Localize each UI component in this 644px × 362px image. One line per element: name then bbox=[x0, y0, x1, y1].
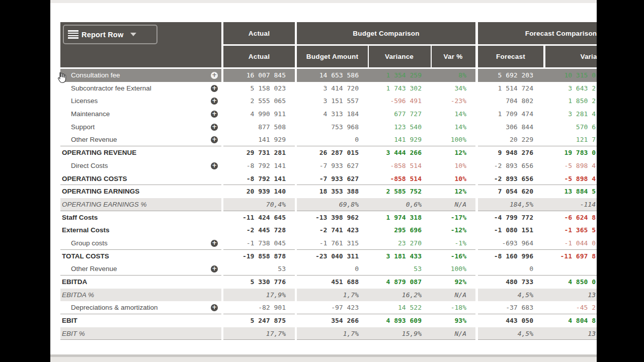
row-label-cell[interactable]: EBIT % bbox=[60, 327, 221, 340]
column-header-budget-amount: Budget Amount bbox=[297, 46, 368, 67]
cell-forecast: 7 054 620 bbox=[478, 185, 545, 198]
cell-actual: 5 330 776 bbox=[223, 276, 295, 289]
cell-actual: -19 858 878 bbox=[223, 250, 295, 263]
row-label-cell[interactable]: Other Revenue+ bbox=[60, 262, 221, 276]
row-label-cell[interactable]: Subcontractor fee External+ bbox=[60, 82, 221, 95]
row-label-cell[interactable]: OPERATING EARNINGS bbox=[60, 185, 221, 198]
cell-var-pct: -18% bbox=[431, 301, 475, 314]
table-row[interactable]: OPERATING REVENUE29 731 28126 287 0153 4… bbox=[60, 146, 597, 159]
cell-budget-amount: 69,8% bbox=[297, 198, 368, 211]
table-row[interactable]: EBIT %17,7%1,7%15,9%N/A4,5%13 bbox=[60, 327, 597, 340]
table-row[interactable]: Maintenance+4 990 9114 313 184677 72714%… bbox=[60, 108, 597, 121]
page-top-strip bbox=[50, 0, 644, 3]
table-row[interactable]: EBIT5 247 875354 2664 893 60993%443 0504… bbox=[60, 314, 597, 327]
cell-actual: 29 731 281 bbox=[223, 146, 295, 159]
table-row[interactable]: OPERATING EARNINGS %70,4%69,8%0,6%N/A184… bbox=[60, 198, 597, 211]
cell-forecast-variance: -5 898 4 bbox=[545, 172, 597, 186]
row-label: External Costs bbox=[62, 224, 110, 237]
cell-var-pct: 100% bbox=[431, 133, 475, 146]
expand-icon[interactable]: + bbox=[211, 72, 218, 79]
row-label: EBITDA % bbox=[62, 289, 94, 302]
cell-variance: 677 727 bbox=[368, 108, 431, 121]
column-label: Actual bbox=[249, 53, 270, 60]
table-row[interactable]: External Costs-2 445 728-2 741 423295 69… bbox=[60, 224, 597, 237]
cell-forecast: -37 683 bbox=[478, 301, 545, 314]
expand-icon[interactable]: + bbox=[211, 136, 218, 143]
cell-variance: -858 514 bbox=[368, 159, 431, 172]
cell-forecast: -693 964 bbox=[478, 237, 545, 250]
row-label-cell[interactable]: Consultation fee+ bbox=[60, 69, 221, 82]
cell-forecast: -2 893 656 bbox=[478, 159, 545, 172]
row-label-cell[interactable]: OPERATING REVENUE bbox=[60, 146, 221, 159]
expand-icon[interactable]: + bbox=[211, 98, 218, 105]
cell-actual: -82 901 bbox=[223, 301, 295, 314]
expand-icon[interactable]: + bbox=[211, 111, 218, 118]
table-row[interactable]: Other Revenue+53053100%0 bbox=[60, 262, 597, 276]
page-bottom-strip bbox=[50, 357, 644, 362]
cell-var-pct: N/A bbox=[431, 198, 475, 211]
expand-icon[interactable]: + bbox=[211, 240, 218, 247]
table-row[interactable]: Other Revenue+141 9290141 929100%20 2291… bbox=[60, 133, 597, 146]
row-label: TOTAL COSTS bbox=[62, 250, 109, 263]
table-row[interactable]: EBITDA %17,9%1,7%16,2%N/A4,5%13 bbox=[60, 289, 597, 302]
table-row[interactable]: EBITDA5 330 776451 6884 879 08792%480 73… bbox=[60, 276, 597, 289]
cell-forecast-variance: 570 6 bbox=[545, 121, 597, 134]
cell-var-pct: -12% bbox=[431, 224, 475, 237]
row-label: OPERATING REVENUE bbox=[62, 146, 136, 159]
expand-icon[interactable]: + bbox=[211, 85, 218, 92]
row-label-cell[interactable]: Depreciations & amortization+ bbox=[60, 301, 221, 314]
row-label-cell[interactable]: Direct Costs+ bbox=[60, 159, 221, 172]
row-label-cell[interactable]: Maintenance+ bbox=[60, 108, 221, 121]
row-label-cell[interactable]: Licenses+ bbox=[60, 95, 221, 108]
row-label-cell[interactable]: TOTAL COSTS bbox=[60, 250, 221, 263]
row-label-cell[interactable]: EBIT bbox=[60, 314, 221, 327]
table-row[interactable]: TOTAL COSTS-19 858 878-23 040 3113 181 4… bbox=[60, 250, 597, 263]
row-label-cell[interactable]: Support+ bbox=[60, 121, 221, 134]
row-label-cell[interactable]: Staff Costs bbox=[60, 211, 221, 224]
cell-budget-amount: 18 353 388 bbox=[297, 185, 368, 198]
expand-icon[interactable]: + bbox=[211, 124, 218, 131]
cell-forecast: 4,5% bbox=[478, 327, 545, 340]
report-row-dropdown[interactable]: Report Row bbox=[63, 25, 157, 44]
row-label-cell[interactable]: Other Revenue+ bbox=[60, 133, 221, 146]
cell-variance: 15,9% bbox=[368, 327, 431, 340]
table-row[interactable]: Consultation fee+16 007 84514 653 5861 3… bbox=[60, 69, 597, 82]
expand-icon[interactable]: + bbox=[211, 304, 218, 311]
table-row[interactable]: OPERATING EARNINGS20 939 14018 353 3882 … bbox=[60, 185, 597, 198]
letterbox-left bbox=[0, 0, 50, 362]
row-label: OPERATING EARNINGS bbox=[62, 185, 139, 198]
table-body: Consultation fee+16 007 84514 653 5861 3… bbox=[60, 69, 597, 340]
table-row[interactable]: Group costs+-1 738 045-1 761 31523 270-1… bbox=[60, 237, 597, 250]
table-row[interactable]: Licenses+2 555 0653 151 557-596 491-23%7… bbox=[60, 95, 597, 108]
expand-icon[interactable]: + bbox=[211, 265, 218, 273]
table-row[interactable]: Staff Costs-11 424 645-13 398 9621 974 3… bbox=[60, 211, 597, 224]
table-row[interactable]: Support+877 508753 968123 54014%306 8445… bbox=[60, 121, 597, 134]
row-label-cell[interactable]: OPERATING EARNINGS % bbox=[60, 198, 221, 211]
expand-icon[interactable]: + bbox=[211, 162, 218, 169]
row-label-cell[interactable]: External Costs bbox=[60, 224, 221, 237]
table-row[interactable]: Depreciations & amortization+-82 901-97 … bbox=[60, 301, 597, 314]
row-label-cell[interactable]: OPERATING COSTS bbox=[60, 172, 221, 186]
menu-icon bbox=[68, 29, 78, 40]
cell-actual: 17,7% bbox=[223, 327, 295, 340]
cell-budget-amount: 4 313 184 bbox=[297, 108, 368, 121]
cell-actual: 877 508 bbox=[223, 121, 295, 134]
row-label-cell[interactable]: EBITDA bbox=[60, 276, 221, 289]
column-label: Var % bbox=[444, 53, 463, 60]
row-label-cell[interactable]: Group costs+ bbox=[60, 237, 221, 250]
cell-budget-amount: 0 bbox=[297, 262, 368, 276]
row-label-cell[interactable]: EBITDA % bbox=[60, 289, 221, 302]
table-row[interactable]: Direct Costs+-8 792 141-7 933 627-858 51… bbox=[60, 159, 597, 172]
cell-budget-amount: 0 bbox=[297, 133, 368, 146]
group-label: Forecast Comparison bbox=[525, 30, 597, 37]
cell-forecast: 0 bbox=[478, 262, 545, 276]
table-row[interactable]: Subcontractor fee External+5 158 0233 41… bbox=[60, 82, 597, 95]
cell-forecast: 9 948 276 bbox=[478, 146, 545, 159]
cell-actual: -2 445 728 bbox=[223, 224, 295, 237]
cell-forecast-variance: -114 bbox=[545, 198, 597, 211]
cell-budget-amount: 451 688 bbox=[297, 276, 368, 289]
cell-variance: -858 514 bbox=[368, 172, 431, 186]
cell-budget-amount: 3 414 720 bbox=[297, 82, 368, 95]
cell-var-pct: 12% bbox=[431, 185, 475, 198]
table-row[interactable]: OPERATING COSTS-8 792 141-7 933 627-858 … bbox=[60, 172, 597, 186]
